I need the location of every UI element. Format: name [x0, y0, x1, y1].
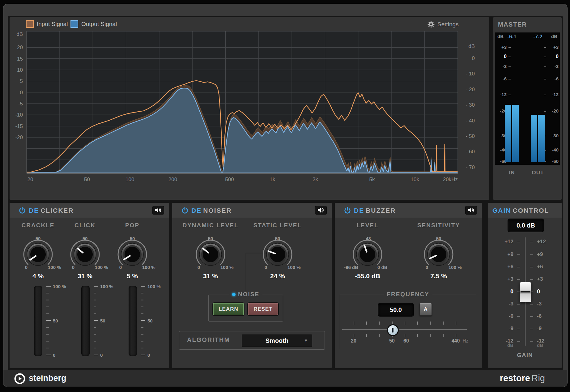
- denoiser-monitor-button[interactable]: [315, 206, 327, 215]
- slider-tick: [354, 322, 354, 325]
- gain-display[interactable]: 0.0 dB: [508, 219, 544, 232]
- master-scale-label: -40: [548, 147, 559, 152]
- master-scale-label: -20: [548, 108, 559, 113]
- svg-text:50: 50: [83, 236, 88, 241]
- svg-text:100 %: 100 %: [147, 284, 161, 289]
- bottom-bar: steinberg restore Rig: [3, 370, 567, 387]
- debuzzer-header: DEBUZZER: [335, 203, 482, 218]
- master-out-label: OUT: [529, 170, 547, 176]
- algorithm-dropdown[interactable]: Smooth ▼: [242, 334, 312, 347]
- knob-label: POP: [98, 222, 166, 229]
- svg-text:200: 200: [168, 177, 177, 182]
- master-in-label: IN: [503, 170, 521, 176]
- gain-title-blue: GAIN: [492, 207, 511, 214]
- svg-text:100 %: 100 %: [142, 265, 155, 270]
- slider-tick: [354, 334, 354, 337]
- slider-tick: [456, 334, 456, 337]
- gain-scale-label: +12: [494, 239, 513, 245]
- svg-text:0: 0: [53, 352, 55, 358]
- static-level-knob[interactable]: 50 0 100 %: [251, 236, 304, 271]
- slider-scale-label: 50: [389, 338, 395, 344]
- denoiser-header: DENOISER: [172, 203, 332, 218]
- level-meter-bar: [538, 115, 545, 162]
- gain-scale-tick: [517, 267, 520, 267]
- svg-text:- 20: - 20: [466, 87, 475, 92]
- spectrum-chart[interactable]: dB20151050-5-10-15-20dB0- 10- 20- 30- 40…: [10, 17, 489, 200]
- gain-header: GAINCONTROL: [488, 203, 562, 218]
- meter-scale: 100 %500: [94, 284, 115, 359]
- reset-button[interactable]: RESET: [248, 303, 278, 315]
- gain-fader-handle[interactable]: [520, 282, 531, 302]
- noise-legend: NOISE: [229, 291, 262, 298]
- debuzzer-monitor-button[interactable]: [465, 206, 477, 215]
- svg-text:100 %: 100 %: [287, 265, 301, 270]
- gain-scale-label: +6: [494, 264, 513, 270]
- dynamic-level-knob[interactable]: 50 0 100 %: [184, 236, 237, 271]
- slider-tick: [456, 322, 456, 325]
- slider-tick: [405, 334, 405, 337]
- noise-active-dot: [232, 293, 236, 296]
- knob-label: SENSITIVITY: [405, 222, 473, 229]
- level-knob[interactable]: -48 -96 dB 0 dB: [341, 236, 394, 271]
- power-icon[interactable]: [19, 207, 26, 214]
- master-scale-label: 0: [495, 54, 507, 59]
- gain-caption: GAIN: [488, 352, 562, 359]
- gain-scale-tick: [530, 341, 533, 342]
- gain-scale-label: +9: [494, 251, 513, 258]
- svg-text:5k: 5k: [369, 177, 375, 182]
- gain-scale-tick: [517, 329, 520, 329]
- svg-text:1k: 1k: [270, 177, 275, 182]
- speaker-icon: [467, 207, 475, 213]
- svg-text:dB: dB: [16, 31, 23, 37]
- debuzzer-panel: DEBUZZER FREQUENCY 50.0 A 205060440Hz LE…: [335, 203, 482, 368]
- gain-scale-label: -3: [494, 301, 513, 307]
- level-meter-bar: [512, 105, 519, 162]
- power-icon[interactable]: [344, 207, 351, 214]
- gain-scale-tick: [517, 279, 520, 280]
- pop-knob[interactable]: 50 0 100 %: [106, 236, 159, 271]
- click-knob[interactable]: 50 0 100 %: [59, 236, 111, 271]
- reduction-meter: [81, 286, 90, 356]
- slider-tick: [366, 334, 367, 337]
- svg-text:dB: dB: [468, 43, 475, 49]
- master-scale-label: -6: [548, 76, 559, 81]
- svg-text:0: 0: [198, 265, 200, 270]
- master-scale-label: 0: [548, 54, 559, 59]
- svg-text:2k: 2k: [313, 177, 318, 182]
- denoiser-title-de: DE: [191, 207, 202, 214]
- frequency-auto-button[interactable]: A: [419, 303, 432, 316]
- svg-text:0: 0: [100, 352, 103, 358]
- svg-text:100 %: 100 %: [220, 265, 234, 270]
- master-scale-label: +3: [495, 45, 507, 50]
- knob-value: 7.5 %: [414, 272, 463, 280]
- master-panel: MASTER dB-6.1-7.2dB+3+300-3-3-6-6-12-12-…: [493, 17, 562, 200]
- frequency-slider-track[interactable]: [342, 329, 467, 330]
- slider-tick: [379, 322, 380, 325]
- noise-connector-v: [246, 253, 246, 295]
- svg-text:50: 50: [53, 318, 58, 323]
- learn-button[interactable]: LEARN: [213, 303, 244, 315]
- sensitivity-knob[interactable]: 50 0 100 %: [412, 236, 465, 271]
- svg-text:100 %: 100 %: [449, 265, 462, 270]
- power-icon[interactable]: [181, 207, 188, 214]
- slider-tick: [443, 334, 444, 337]
- svg-text:0 dB: 0 dB: [377, 265, 388, 270]
- master-db-left: dB: [497, 34, 504, 39]
- slider-tick: [417, 334, 418, 337]
- frequency-slider-handle[interactable]: [387, 324, 399, 336]
- svg-text:- 60: - 60: [466, 149, 475, 155]
- slider-tick: [430, 322, 431, 325]
- declicker-monitor-button[interactable]: [152, 206, 164, 215]
- plugin-window: Input Signal Output Signal Settings dB20…: [3, 4, 568, 387]
- meter-scale: 100 %500: [46, 284, 68, 359]
- frequency-display[interactable]: 50.0: [378, 303, 414, 317]
- slider-tick: [417, 322, 418, 325]
- slider-tick: [443, 322, 444, 325]
- crackle-knob[interactable]: 50 0 100 %: [12, 236, 64, 271]
- master-scale-label: -12: [495, 92, 507, 97]
- svg-text:- 40: - 40: [466, 118, 475, 124]
- gain-scale-label: 0: [494, 288, 513, 295]
- svg-text:-48: -48: [364, 236, 371, 241]
- declicker-title: CLICKER: [40, 207, 74, 214]
- svg-text:0: 0: [265, 265, 267, 270]
